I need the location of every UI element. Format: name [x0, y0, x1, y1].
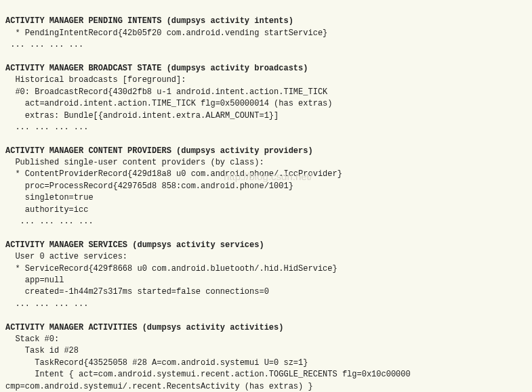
providers-line: singleton=true [5, 193, 94, 202]
providers-line: proc=ProcessRecord{429765d8 858:com.andr… [5, 181, 293, 191]
broadcasts-line: Historical broadcasts [foreground]: [5, 75, 186, 85]
activities-line: Stack #0: [5, 334, 59, 344]
providers-line: * ContentProviderRecord{429d18a8 u0 com.… [5, 169, 342, 179]
activities-line: Task id #28 [5, 346, 79, 355]
intents-line: * PendingIntentRecord{42b05f20 com.andro… [5, 28, 327, 38]
ellipsis: ... ... ... ... [5, 299, 88, 309]
section-header-services: ACTIVITY MANAGER SERVICES (dumpsys activ… [5, 240, 264, 250]
ellipsis: ... ... ... ... [5, 217, 94, 226]
dumpsys-output: ACTIVITY MANAGER PENDING INTENTS (dumpsy… [0, 0, 532, 392]
services-line: app=null [5, 276, 64, 285]
providers-line: authority=icc [5, 205, 88, 215]
broadcasts-line: act=android.intent.action.TIME_TICK flg=… [5, 99, 332, 108]
activities-line: Intent { act=com.android.systemui.recent… [5, 370, 411, 379]
section-header-broadcasts: ACTIVITY MANAGER BROADCAST STATE (dumpsy… [5, 64, 308, 73]
broadcasts-line: #0: BroadcastRecord{430d2fb8 u-1 android… [5, 87, 327, 97]
activities-line: TaskRecord{43525058 #28 A=com.android.sy… [5, 358, 308, 368]
ellipsis: ... ... ... ... [5, 40, 83, 49]
section-header-activities: ACTIVITY MANAGER ACTIVITIES (dumpsys act… [5, 323, 283, 332]
section-header-providers: ACTIVITY MANAGER CONTENT PROVIDERS (dump… [5, 146, 313, 156]
activities-line: cmp=com.android.systemui/.recent.Recents… [5, 382, 313, 391]
ellipsis: ... ... ... ... [5, 123, 88, 132]
section-header-intents: ACTIVITY MANAGER PENDING INTENTS (dumpsy… [5, 16, 293, 26]
services-line: * ServiceRecord{429f8668 u0 com.android.… [5, 264, 337, 274]
providers-line: Published single-user content providers … [5, 158, 264, 167]
services-line: User 0 active services: [5, 252, 127, 261]
services-line: created=-1h44m27s317ms started=false con… [5, 287, 269, 297]
broadcasts-line: extras: Bundle[{android.intent.extra.ALA… [5, 111, 279, 121]
